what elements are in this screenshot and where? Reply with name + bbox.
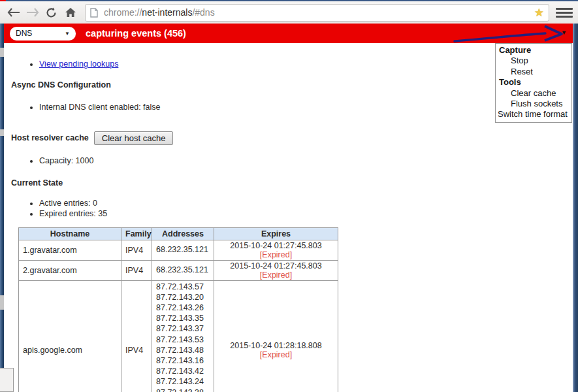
clear-host-cache-button[interactable]: Clear host cache [94, 131, 174, 145]
cell-expires: 2015-10-24 01:28:18.808 [Expired] [214, 280, 338, 392]
view-select-value: DNS [16, 29, 32, 38]
col-header-hostname: Hostname [19, 227, 121, 240]
capture-bar: DNS ▼ capturing events (456) [4, 24, 573, 43]
bookmark-star-icon[interactable]: ★ [534, 7, 544, 18]
menu-item-stop[interactable]: Stop [496, 56, 571, 66]
hamburger-icon [556, 8, 573, 10]
background-window-right-edge [573, 24, 578, 392]
forward-button[interactable] [23, 4, 42, 22]
capture-dropdown-menu: Capture Stop Reset Tools Clear cache Flu… [495, 43, 572, 123]
cell-hostname: 1.gravatar.com [19, 240, 121, 260]
menu-header-tools: Tools [496, 77, 571, 88]
capacity-value: Capacity: 1000 [39, 156, 494, 167]
cell-hostname: 2.gravatar.com [19, 260, 121, 280]
address-bar[interactable]: chrome://net-internals/#dns ★ [85, 4, 549, 22]
menu-item-flush-sockets[interactable]: Flush sockets [496, 99, 571, 109]
url-text[interactable]: chrome://net-internals/#dns [104, 7, 534, 18]
expired-entries-value: Expired entries: 35 [39, 208, 494, 220]
cell-hostname: apis.google.com [19, 280, 121, 392]
list-item: View pending lookups [39, 59, 494, 70]
url-path: /#dns [192, 7, 214, 18]
cell-addresses: 87.72.143.5787.72.143.2087.72.143.2687.7… [152, 280, 214, 392]
table-row: 1.gravatar.com IPV4 68.232.35.121 2015-1… [19, 240, 338, 260]
reload-button[interactable] [42, 4, 61, 22]
cell-family: IPV4 [121, 260, 152, 280]
host-resolver-heading: Host resolver cache [11, 133, 89, 142]
active-entries-value: Active entries: 0 [39, 198, 494, 209]
cell-expires: 2015-10-24 01:27:45.803 [Expired] [214, 240, 338, 260]
menu-item-clear-cache[interactable]: Clear cache [496, 88, 571, 99]
col-header-addresses: Addresses [152, 227, 214, 240]
capture-menu-caret[interactable]: ▼ [561, 30, 567, 36]
table-row: apis.google.com IPV4 87.72.143.5787.72.1… [19, 280, 338, 392]
menu-item-switch-time-format[interactable]: Switch time format [496, 109, 571, 120]
cell-family: IPV4 [121, 240, 152, 260]
view-pending-lookups-link[interactable]: View pending lookups [39, 59, 118, 69]
home-button[interactable] [61, 4, 80, 22]
browser-toolbar: chrome://net-internals/#dns ★ [0, 1, 578, 24]
url-host: net-internals [142, 7, 192, 18]
expired-badge: [Expired] [260, 250, 292, 259]
dns-cache-table: Hostname Family Addresses Expires 1.grav… [18, 227, 338, 392]
cell-family: IPV4 [121, 280, 152, 392]
browser-menu-button[interactable] [554, 5, 574, 20]
reload-icon [46, 7, 57, 18]
async-dns-heading: Async DNS Configuration [11, 81, 494, 90]
host-resolver-row: Host resolver cache Clear host cache [11, 131, 494, 145]
select-caret-icon: ▼ [65, 31, 70, 37]
capture-status-text: capturing events (456) [86, 28, 186, 39]
col-header-expires: Expires [214, 227, 338, 240]
col-header-family: Family [121, 227, 152, 240]
expired-badge: [Expired] [260, 350, 292, 359]
menu-header-capture: Capture [496, 45, 571, 56]
cell-expires: 2015-10-24 01:27:45.803 [Expired] [214, 260, 338, 280]
forward-arrow-icon [26, 8, 39, 17]
menu-item-reset[interactable]: Reset [496, 67, 571, 77]
cell-addresses: 68.232.35.121 [152, 240, 214, 260]
page-icon [90, 8, 98, 18]
dns-page-content: View pending lookups Async DNS Configura… [0, 43, 494, 392]
back-arrow-icon [7, 8, 20, 17]
table-row: 2.gravatar.com IPV4 68.232.35.121 2015-1… [19, 260, 338, 280]
current-state-heading: Current State [11, 179, 494, 188]
table-header-row: Hostname Family Addresses Expires [19, 227, 338, 240]
cell-addresses: 68.232.35.121 [152, 260, 214, 280]
view-select-dropdown[interactable]: DNS ▼ [10, 27, 76, 41]
back-button[interactable] [4, 4, 23, 22]
url-scheme: chrome:// [104, 7, 142, 18]
expired-badge: [Expired] [260, 270, 292, 280]
home-icon [65, 7, 76, 18]
internal-dns-status: Internal DNS client enabled: false [39, 103, 494, 113]
